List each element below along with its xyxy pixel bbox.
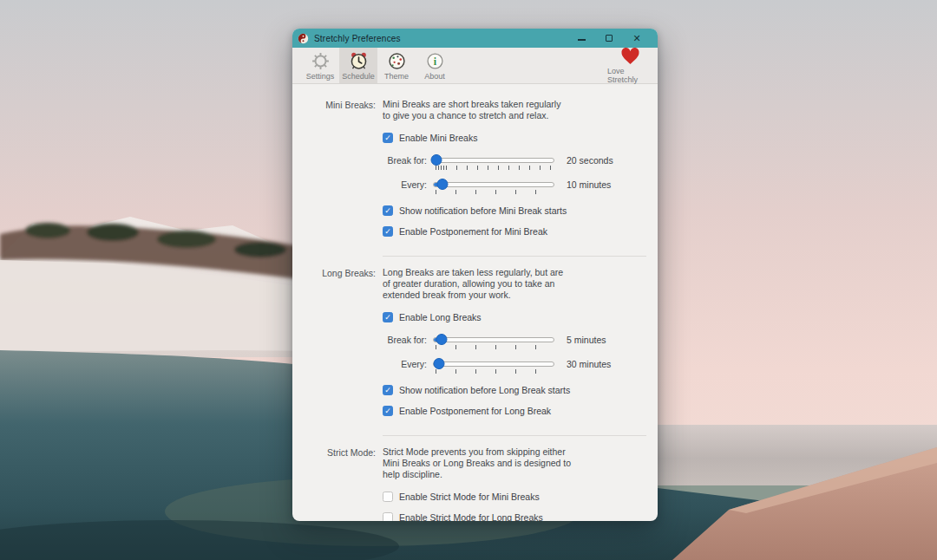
long-break-interval-value: 30 minutes xyxy=(567,357,611,369)
minimize-icon xyxy=(578,39,586,41)
slider-ticks xyxy=(436,190,552,194)
slider-handle[interactable] xyxy=(436,334,447,345)
stretchly-logo-icon xyxy=(298,33,309,44)
strict-mode-long-row[interactable]: Enable Strict Mode for Long Breaks xyxy=(383,511,646,521)
long-breaks-heading: Long Breaks: xyxy=(292,267,376,426)
enable-mini-breaks-row[interactable]: Enable Mini Breaks xyxy=(383,132,646,144)
desktop: Stretchly Preferences ✕ xyxy=(0,0,937,560)
slider-handle[interactable] xyxy=(434,358,445,369)
titlebar[interactable]: Stretchly Preferences ✕ xyxy=(292,29,658,48)
long-breaks-section: Long Breaks: Long Breaks are taken less … xyxy=(292,267,658,426)
mini-break-interval-value: 10 minutes xyxy=(567,178,611,190)
tab-schedule[interactable]: Schedule xyxy=(339,48,377,83)
heart-icon xyxy=(619,47,641,66)
tab-settings[interactable]: Settings xyxy=(301,48,339,83)
close-button[interactable]: ✕ xyxy=(623,29,651,48)
tab-label: Theme xyxy=(384,72,409,81)
slider-track[interactable] xyxy=(433,182,554,187)
slider-handle[interactable] xyxy=(431,154,442,166)
tab-about[interactable]: i About xyxy=(416,48,454,83)
mini-break-postponement-row[interactable]: Enable Postponement for Mini Break xyxy=(383,225,646,238)
long-break-duration-value: 5 minutes xyxy=(567,333,606,345)
gear-icon xyxy=(311,51,331,71)
strict-mode-long-checkbox[interactable] xyxy=(383,512,393,521)
mini-break-interval-row: Every: 10 minutes xyxy=(383,178,646,198)
mini-break-interval-slider[interactable] xyxy=(433,178,554,197)
maximize-button[interactable] xyxy=(595,29,623,48)
info-icon: i xyxy=(425,51,445,71)
strict-mode-description: Strict Mode prevents you from skipping e… xyxy=(383,446,646,480)
slider-track[interactable] xyxy=(433,337,554,342)
long-break-notification-row[interactable]: Show notification before Long Break star… xyxy=(383,384,646,396)
long-break-notification-checkbox[interactable] xyxy=(383,385,393,395)
long-breaks-description: Long Breaks are taken less regularly, bu… xyxy=(383,267,646,301)
mini-breaks-heading: Mini Breaks: xyxy=(292,99,376,246)
stretchly-preferences-window: Stretchly Preferences ✕ xyxy=(292,29,658,521)
alarm-clock-icon xyxy=(349,51,369,71)
long-break-postponement-row[interactable]: Enable Postponement for Long Break xyxy=(383,405,646,417)
long-break-interval-slider[interactable] xyxy=(433,357,554,376)
mini-break-notification-checkbox[interactable] xyxy=(383,205,393,216)
long-break-duration-slider[interactable] xyxy=(433,333,554,352)
slider-track[interactable] xyxy=(433,158,554,163)
mini-break-postponement-checkbox[interactable] xyxy=(383,226,393,237)
palette-icon xyxy=(387,51,407,71)
long-break-interval-row: Every: 30 minutes xyxy=(383,357,646,377)
mini-break-duration-value: 20 seconds xyxy=(567,153,613,166)
slider-ticks xyxy=(436,166,552,170)
section-divider xyxy=(383,256,646,257)
strict-mode-mini-row[interactable]: Enable Strict Mode for Mini Breaks xyxy=(383,491,646,503)
maximize-icon xyxy=(606,35,613,42)
slider-handle[interactable] xyxy=(437,179,449,190)
mini-break-duration-row: Break for: 20 seconds xyxy=(383,153,646,173)
long-break-duration-row: Break for: 5 minutes xyxy=(383,333,646,353)
love-stretchly-button[interactable]: Love Stretchly xyxy=(607,48,652,83)
mini-break-notification-row[interactable]: Show notification before Mini Break star… xyxy=(383,205,646,217)
strict-mode-heading: Strict Mode: xyxy=(292,446,376,521)
tab-label: About xyxy=(424,72,445,81)
enable-long-breaks-row[interactable]: Enable Long Breaks xyxy=(383,311,646,323)
minimize-button[interactable] xyxy=(567,29,595,48)
mini-break-duration-slider[interactable] xyxy=(433,153,554,173)
slider-track[interactable] xyxy=(433,361,554,367)
enable-long-breaks-checkbox[interactable] xyxy=(383,312,393,322)
slider-ticks xyxy=(436,369,552,374)
strict-mode-section: Strict Mode: Strict Mode prevents you fr… xyxy=(292,446,658,521)
section-divider xyxy=(383,435,646,436)
slider-ticks xyxy=(436,345,552,349)
preferences-toolbar: Settings Schedule xyxy=(292,48,658,84)
mini-breaks-section: Mini Breaks: Mini Breaks are short break… xyxy=(292,99,658,246)
schedule-panel: Mini Breaks: Mini Breaks are short break… xyxy=(292,84,658,521)
tab-theme[interactable]: Theme xyxy=(377,48,416,83)
strict-mode-mini-checkbox[interactable] xyxy=(383,492,393,502)
tab-label: Schedule xyxy=(342,72,375,81)
love-label: Love Stretchly xyxy=(607,67,652,84)
long-break-postponement-checkbox[interactable] xyxy=(383,406,393,416)
enable-mini-breaks-checkbox[interactable] xyxy=(383,133,393,143)
mini-breaks-description: Mini Breaks are short breaks taken regul… xyxy=(383,99,646,121)
window-title: Stretchly Preferences xyxy=(314,34,401,43)
tab-label: Settings xyxy=(306,72,335,81)
